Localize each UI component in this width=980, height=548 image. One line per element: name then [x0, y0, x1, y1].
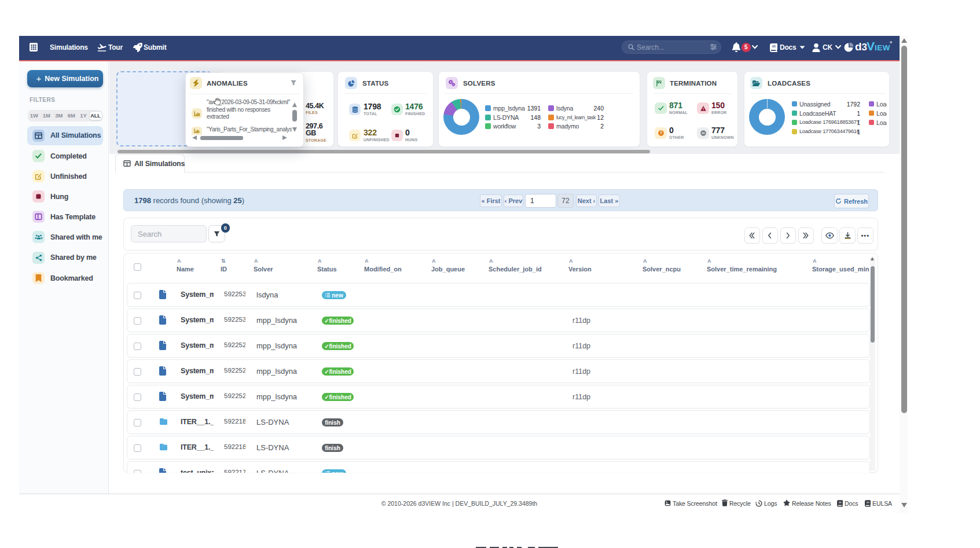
svg-text:?: ?	[659, 131, 662, 135]
